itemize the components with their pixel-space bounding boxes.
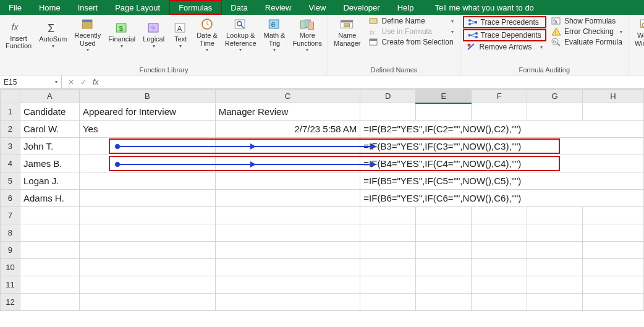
define-name-button[interactable]: Define Name▾ <box>365 16 457 26</box>
cell[interactable] <box>527 276 583 294</box>
cell[interactable] <box>583 103 644 121</box>
tab-review[interactable]: Review <box>256 0 300 15</box>
row-header[interactable]: 11 <box>1 276 20 294</box>
cell[interactable] <box>416 242 472 259</box>
watch-window-button[interactable]: Watch Window <box>632 16 644 48</box>
cell[interactable] <box>20 224 79 242</box>
cell[interactable] <box>79 276 215 294</box>
lookup-button[interactable]: Lookup & Reference▾ <box>222 16 260 53</box>
cell[interactable]: =IF(B4="YES",IF(C4="",NOW(),C4),"") <box>360 155 644 172</box>
cell[interactable] <box>472 207 527 224</box>
cell[interactable] <box>472 259 527 276</box>
cell[interactable] <box>527 103 583 121</box>
cell[interactable] <box>79 294 215 311</box>
cell[interactable] <box>79 138 215 155</box>
cell[interactable] <box>215 224 360 242</box>
row-header[interactable]: 9 <box>1 242 20 259</box>
cell[interactable] <box>79 190 215 207</box>
cell[interactable] <box>20 276 79 294</box>
cell[interactable] <box>360 207 416 224</box>
row-header[interactable]: 1 <box>1 103 20 121</box>
cell[interactable] <box>472 276 527 294</box>
cell[interactable] <box>215 190 360 207</box>
cell[interactable] <box>215 207 360 224</box>
cell[interactable]: Logan J. <box>20 172 79 190</box>
cell[interactable] <box>20 259 79 276</box>
cell[interactable] <box>215 138 360 155</box>
tab-developer[interactable]: Developer <box>334 0 388 15</box>
cell[interactable] <box>79 242 215 259</box>
cell[interactable] <box>472 224 527 242</box>
create-from-selection-button[interactable]: Create from Selection <box>365 37 457 47</box>
cell[interactable]: Carol W. <box>20 121 79 138</box>
recently-used-button[interactable]: Recently Used▾ <box>71 16 104 53</box>
cell[interactable]: =IF(B2="YES",IF(C2="",NOW(),C2),"") <box>360 121 644 138</box>
cell[interactable]: Yes <box>79 121 215 138</box>
cell[interactable]: James B. <box>20 155 79 172</box>
cell[interactable] <box>215 276 360 294</box>
cell[interactable] <box>583 276 644 294</box>
fx-icon[interactable]: fx <box>93 78 98 87</box>
cell[interactable] <box>527 207 583 224</box>
tab-help[interactable]: Help <box>389 0 423 15</box>
cell[interactable] <box>416 103 472 121</box>
more-functions-button[interactable]: More Functions▾ <box>289 16 325 53</box>
cell[interactable] <box>20 207 79 224</box>
worksheet-grid[interactable]: A B C D E F G H 1 Candidate Appeared for… <box>0 89 644 311</box>
tab-home[interactable]: Home <box>30 0 69 15</box>
financial-button[interactable]: $ Financial▾ <box>105 16 138 53</box>
col-header-D[interactable]: D <box>360 90 416 103</box>
cell[interactable]: John T. <box>20 138 79 155</box>
col-header-G[interactable]: G <box>527 90 583 103</box>
datetime-button[interactable]: Date & Time▾ <box>193 16 221 53</box>
cell[interactable]: Candidate <box>20 103 79 121</box>
col-header-C[interactable]: C <box>215 90 360 103</box>
cell[interactable]: =IF(B5="YES",IF(C5="",NOW(),C5),"") <box>360 172 644 190</box>
cell[interactable] <box>583 259 644 276</box>
cell[interactable] <box>583 294 644 311</box>
col-header-B[interactable]: B <box>79 90 215 103</box>
row-header[interactable]: 7 <box>1 207 20 224</box>
row-header[interactable]: 3 <box>1 138 20 155</box>
error-checking-button[interactable]: ! Error Checking▾ <box>548 27 626 36</box>
cell[interactable]: =IF(B3="YES",IF(C3="",NOW(),C3),"") <box>360 138 644 155</box>
cell[interactable] <box>360 103 416 121</box>
col-header-E[interactable]: E <box>416 90 472 103</box>
cell[interactable] <box>79 172 215 190</box>
cell[interactable] <box>583 207 644 224</box>
tab-view[interactable]: View <box>300 0 334 15</box>
tell-me[interactable]: Tell me what you want to do <box>422 0 542 15</box>
cell[interactable] <box>20 242 79 259</box>
insert-function-button[interactable]: fx Insert Function <box>2 16 35 53</box>
select-all-corner[interactable] <box>1 90 20 103</box>
tab-data[interactable]: Data <box>222 0 256 15</box>
name-manager-button[interactable]: Name Manager <box>331 16 363 48</box>
cell[interactable]: Adams H. <box>20 190 79 207</box>
row-header[interactable]: 5 <box>1 172 20 190</box>
cell[interactable] <box>360 242 416 259</box>
cell[interactable]: Appeared for Interview <box>79 103 215 121</box>
name-box[interactable]: E15 ▾ <box>0 75 62 88</box>
trace-dependents-button[interactable]: Trace Dependents <box>463 29 546 41</box>
chevron-down-icon[interactable]: ▾ <box>55 79 57 85</box>
cell[interactable] <box>583 224 644 242</box>
cell[interactable] <box>79 259 215 276</box>
logical-button[interactable]: ? Logical▾ <box>140 16 167 53</box>
cell[interactable] <box>416 207 472 224</box>
cell[interactable] <box>360 224 416 242</box>
cell[interactable] <box>20 294 79 311</box>
cell[interactable] <box>360 259 416 276</box>
cell[interactable] <box>215 172 360 190</box>
text-button[interactable]: A Text▾ <box>169 16 192 53</box>
row-header[interactable]: 12 <box>1 294 20 311</box>
cell[interactable] <box>79 155 215 172</box>
cell[interactable] <box>79 207 215 224</box>
cell[interactable] <box>215 242 360 259</box>
cell[interactable]: 2/7/23 5:58 AM <box>215 121 360 138</box>
col-header-A[interactable]: A <box>20 90 79 103</box>
cell[interactable] <box>527 242 583 259</box>
cell[interactable] <box>527 224 583 242</box>
autosum-button[interactable]: Σ AutoSum▾ <box>36 16 70 53</box>
cell[interactable] <box>215 155 360 172</box>
row-header[interactable]: 10 <box>1 259 20 276</box>
